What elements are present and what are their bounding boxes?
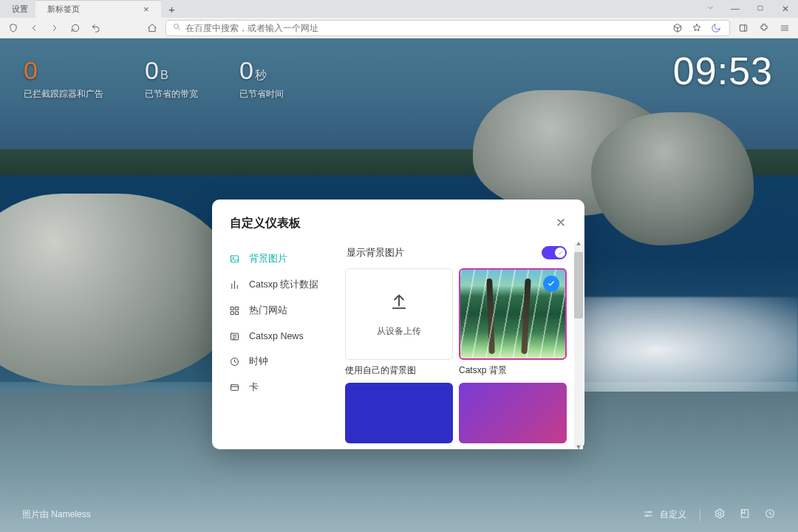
card-icon: [228, 382, 240, 394]
preset-bg-card[interactable]: [459, 268, 567, 360]
option-catsxp-bg-label: Catsxp 背景: [459, 364, 567, 377]
stat-time: 0秒 已节省时间: [239, 56, 284, 100]
sidebar-item-card[interactable]: 卡: [212, 375, 344, 400]
browser-toolbar: [0, 18, 798, 38]
footer-bookmark-icon[interactable]: [739, 508, 751, 522]
maximize-button[interactable]: [748, 4, 773, 14]
modal-sidebar: 背景图片 Catsxp 统计数据 热门网站 Catsxp News 时钟: [212, 237, 344, 449]
extensions-icon[interactable]: [757, 21, 771, 35]
sidebar-item-label: Catsxp 统计数据: [249, 279, 318, 291]
shield-icon[interactable]: [6, 21, 21, 35]
customize-button[interactable]: 自定义: [643, 508, 686, 522]
svg-rect-12: [235, 307, 238, 310]
svg-point-4: [649, 511, 651, 513]
new-tab-page: 0 已拦截跟踪器和广告 0B 已节省的带宽 0秒 已节省时间 09:53 照片由…: [0, 38, 798, 532]
grid-icon: [228, 305, 240, 317]
tab-settings-label: 设置: [12, 4, 28, 15]
sidebar-item-label: 卡: [249, 381, 259, 394]
sidebar-item-stats[interactable]: Catsxp 统计数据: [212, 272, 344, 298]
clock-display: 09:53: [673, 49, 773, 93]
new-tab-button[interactable]: +: [161, 3, 183, 16]
stat-trackers: 0 已拦截跟踪器和广告: [24, 56, 103, 100]
customize-label: 自定义: [660, 508, 686, 521]
bookmark-star-icon[interactable]: [689, 21, 704, 35]
scroll-thumb[interactable]: [574, 252, 583, 318]
window-tabbar: 设置 新标签页 × + — ✕: [0, 0, 798, 18]
sidebar-item-label: Catsxp News: [249, 331, 304, 341]
footer-history-icon[interactable]: [764, 508, 776, 522]
panel-icon[interactable]: [736, 21, 751, 35]
stat-bandwidth-label: 已节省的带宽: [145, 88, 198, 100]
reload-button[interactable]: [68, 21, 83, 35]
moon-icon[interactable]: [709, 21, 723, 35]
sidebar-item-label: 热门网站: [249, 304, 287, 317]
back-button[interactable]: [27, 21, 41, 35]
modal-content: 显示背景图片 从设备上传 使用自己的背景图: [344, 237, 584, 449]
stat-bandwidth: 0B 已节省的带宽: [145, 56, 198, 100]
content-scrollbar[interactable]: ▲ ▼: [574, 243, 583, 449]
sidebar-item-news[interactable]: Catsxp News: [212, 324, 344, 349]
option-own-bg-label: 使用自己的背景图: [345, 364, 453, 377]
stat-bandwidth-value: 0: [145, 56, 159, 84]
sidebar-item-clock[interactable]: 时钟: [212, 349, 344, 375]
stat-trackers-value: 0: [24, 56, 38, 84]
solid-bg-card-2[interactable]: [459, 383, 567, 443]
tab-settings[interactable]: 设置: [0, 0, 35, 18]
scroll-up-icon[interactable]: ▲: [574, 239, 583, 248]
modal-close-button[interactable]: [555, 216, 567, 231]
scroll-down-icon[interactable]: ▼: [574, 443, 583, 449]
svg-rect-17: [231, 385, 238, 391]
close-window-button[interactable]: ✕: [773, 4, 798, 14]
dropdown-icon[interactable]: [698, 4, 723, 14]
svg-rect-13: [231, 312, 233, 315]
minimize-button[interactable]: —: [723, 4, 748, 14]
sidebar-item-label: 背景图片: [249, 253, 287, 265]
address-input[interactable]: [185, 23, 666, 33]
image-icon: [228, 253, 240, 265]
stats-row: 0 已拦截跟踪器和广告 0B 已节省的带宽 0秒 已节省时间: [24, 56, 284, 100]
address-bar[interactable]: [166, 20, 730, 36]
upload-icon: [389, 292, 409, 313]
svg-rect-3: [740, 24, 746, 30]
ntp-footer: 照片由 Nameless 自定义: [0, 508, 798, 522]
footer-divider: [700, 509, 700, 521]
clock-icon: [228, 356, 240, 368]
stat-trackers-label: 已拦截跟踪器和广告: [24, 88, 103, 100]
svg-point-10: [232, 257, 233, 259]
svg-rect-9: [231, 256, 238, 262]
sliders-icon: [643, 508, 654, 522]
search-icon: [172, 22, 181, 33]
photo-credit[interactable]: 照片由 Nameless: [22, 508, 91, 521]
undo-button[interactable]: [89, 21, 103, 35]
news-icon: [228, 330, 240, 342]
barchart-icon: [228, 279, 240, 291]
customize-dashboard-modal: 自定义仪表板 背景图片 Catsxp 统计数据 热门网站: [212, 200, 584, 449]
forward-button[interactable]: [47, 21, 62, 35]
toggle-knob: [555, 248, 565, 258]
svg-rect-1: [758, 6, 763, 10]
modal-title: 自定义仪表板: [230, 216, 301, 231]
sidebar-item-background[interactable]: 背景图片: [212, 246, 344, 272]
tab-close-icon[interactable]: ×: [143, 4, 149, 15]
sidebar-item-topsites[interactable]: 热门网站: [212, 298, 344, 324]
selected-check-icon: [543, 276, 559, 292]
stat-time-label: 已节省时间: [239, 88, 284, 100]
show-bg-label: 显示背景图片: [347, 247, 404, 259]
stat-time-value: 0: [239, 56, 253, 84]
svg-point-2: [174, 24, 179, 29]
cube-icon[interactable]: [670, 21, 685, 35]
menu-icon[interactable]: [777, 21, 792, 35]
tab-newtab-label: 新标签页: [47, 4, 80, 15]
home-button[interactable]: [145, 21, 160, 35]
sidebar-item-label: 时钟: [249, 355, 268, 368]
tab-newtab[interactable]: 新标签页 ×: [35, 0, 161, 18]
svg-rect-14: [235, 312, 238, 315]
upload-caption: 从设备上传: [377, 326, 421, 337]
upload-card[interactable]: 从设备上传: [345, 268, 453, 360]
show-bg-toggle[interactable]: [542, 246, 567, 259]
svg-point-5: [646, 514, 648, 516]
svg-point-6: [718, 512, 721, 515]
solid-bg-card-1[interactable]: [345, 383, 453, 443]
footer-gear-icon[interactable]: [714, 508, 726, 522]
svg-rect-11: [231, 307, 233, 310]
